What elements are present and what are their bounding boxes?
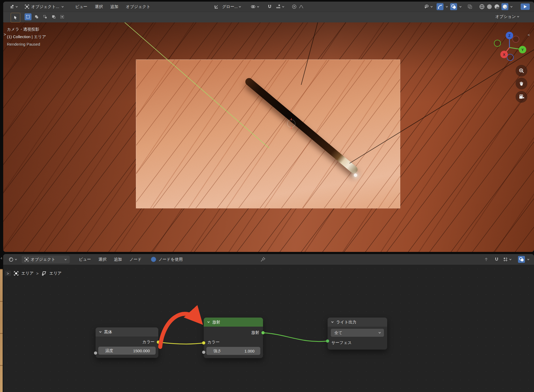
material-shading-icon[interactable] (494, 4, 500, 10)
ne-menu-node[interactable]: ノード (126, 257, 146, 262)
ne-menu-view[interactable]: ビュー (75, 257, 95, 262)
breadcrumb: > エリア > エリア (5, 271, 62, 276)
light-origin-gizmo[interactable] (287, 120, 295, 128)
pin-icon[interactable] (260, 257, 266, 262)
select-new-icon (26, 14, 30, 19)
parent-node-tree-icon[interactable] (484, 257, 489, 262)
node-emission-header[interactable]: 放射 (204, 318, 263, 327)
socket-blackbody-temp-in[interactable] (94, 351, 97, 355)
overlays-button-shader[interactable] (518, 256, 525, 263)
zoom-button[interactable] (516, 65, 527, 77)
collapse-chevron-icon[interactable] (99, 330, 102, 334)
blender-window: オブジェクト... ビュー 選択 追加 オブジェクト グロー... (0, 0, 534, 392)
socket-blackbody-color-out[interactable] (156, 340, 160, 344)
temperature-value: 1500.000 (133, 349, 150, 353)
chevron-down-icon (430, 5, 433, 8)
gizmo-axis-minus-z[interactable] (507, 54, 514, 61)
chevron-down-icon[interactable] (445, 5, 448, 8)
breadcrumb-object-name[interactable]: エリア (21, 271, 34, 276)
link-emission-to-output[interactable] (263, 333, 328, 342)
rendered-shading-button[interactable] (501, 3, 508, 10)
snap-magnet-icon[interactable] (267, 4, 272, 9)
chevron-down-icon[interactable] (459, 5, 462, 8)
socket-surface-in[interactable] (326, 339, 329, 343)
snap-with-dropdown[interactable] (274, 4, 286, 9)
collapse-chevron-icon[interactable] (207, 320, 210, 324)
select-extend-button[interactable] (33, 13, 40, 20)
emission-strength-field[interactable]: 強さ 1.000 (206, 347, 260, 355)
shader-editor-icon (9, 257, 14, 262)
zoom-icon (519, 68, 524, 74)
menu-object[interactable]: オブジェクト (122, 4, 154, 9)
node-blackbody-title: 黒体 (104, 330, 112, 335)
pen-nib-highlight (354, 173, 357, 177)
camera-view-button[interactable] (516, 91, 527, 103)
select-subtract-button[interactable] (42, 13, 49, 20)
socket-emission-color-in[interactable] (202, 341, 206, 345)
viewport-editor-icon (10, 4, 14, 9)
blackbody-output-label: カラー (142, 339, 155, 345)
toolbar-expand-arrow[interactable]: > (4, 32, 6, 37)
pan-button[interactable] (516, 78, 527, 89)
visibility-dropdown[interactable] (422, 4, 435, 9)
edge-frame-number: 4 (1, 257, 2, 260)
show-overlays-button[interactable] (450, 3, 457, 10)
socket-emission-strength-in[interactable] (202, 350, 206, 354)
gizmo-axis-x[interactable]: X (500, 51, 508, 58)
chevron-down-icon[interactable] (527, 258, 530, 261)
ne-menu-select[interactable]: 選択 (95, 257, 110, 262)
snap-with-dropdown-shader[interactable] (501, 257, 513, 262)
node-emission[interactable]: 放射 放射 カラー 強さ 1.000 (204, 318, 263, 358)
emission-output-label: 放射 (251, 330, 259, 335)
select-new-button[interactable] (25, 13, 32, 20)
collapse-chevron-icon[interactable] (331, 320, 334, 324)
node-light-output-header[interactable]: ライト出力 (328, 318, 387, 327)
wireframe-shading-icon[interactable] (479, 4, 485, 10)
emission-color-row: カラー (204, 338, 263, 346)
menu-add[interactable]: 追加 (107, 4, 122, 9)
active-object-label: (1) Collection | エリア (7, 33, 46, 41)
ne-menu-add[interactable]: 追加 (110, 257, 126, 262)
editor-type-button[interactable] (8, 4, 20, 9)
navigation-gizmo[interactable]: Z Y X (493, 28, 529, 64)
shader-type-dropdown[interactable]: オブジェクト (22, 256, 70, 263)
editor-type-button-shader[interactable] (7, 257, 19, 262)
play-button[interactable] (521, 3, 530, 10)
menu-select[interactable]: 選択 (91, 4, 107, 9)
active-tool-tweak[interactable] (11, 13, 20, 22)
viewport-canvas[interactable]: カメラ・透視投影 (1) Collection | エリア Rendering … (3, 22, 534, 252)
use-nodes-checkbox[interactable]: ノードを使用 (151, 257, 183, 262)
select-intersect-button[interactable] (59, 13, 66, 20)
socket-emission-out[interactable] (261, 331, 265, 335)
link-blackbody-to-emission[interactable] (158, 342, 204, 344)
gizmo-axis-minus-x[interactable] (512, 36, 519, 43)
node-blackbody[interactable]: 黒体 カラー 温度 1500.000 (96, 327, 158, 358)
annotation-arrow (160, 314, 200, 347)
gizmo-axis-y[interactable]: Y (519, 46, 526, 53)
chevron-down-icon[interactable] (510, 5, 513, 8)
node-light-output[interactable]: ライト出力 全て サーフェス (328, 318, 387, 350)
pen-object[interactable] (244, 77, 359, 175)
snap-magnet-icon[interactable] (494, 257, 499, 262)
gizmo-axis-z[interactable]: Z (506, 32, 513, 39)
menu-view[interactable]: ビュー (72, 4, 91, 9)
breadcrumb-expand-arrow[interactable]: > (5, 271, 11, 276)
proportional-editing-icon[interactable] (292, 4, 297, 9)
node-canvas[interactable]: > エリア > エリア (3, 265, 534, 392)
blackbody-temperature-field[interactable]: 温度 1500.000 (98, 347, 156, 355)
chevron-down-icon (257, 5, 260, 8)
light-output-target-dropdown[interactable]: 全て (331, 329, 384, 337)
breadcrumb-separator: > (36, 271, 39, 276)
node-blackbody-header[interactable]: 黒体 (96, 327, 158, 336)
mode-selector[interactable]: オブジェクト... (23, 4, 66, 9)
pivot-point-dropdown[interactable] (249, 4, 261, 9)
falloff-curve-icon[interactable] (299, 4, 304, 9)
breadcrumb-data-name[interactable]: エリア (49, 271, 62, 276)
xray-toggle[interactable] (466, 3, 473, 10)
select-invert-button[interactable] (50, 13, 57, 20)
solid-shading-icon[interactable] (486, 4, 492, 10)
gizmo-axis-minus-y[interactable] (494, 40, 501, 47)
show-gizmo-button[interactable] (437, 3, 443, 10)
tool-options-dropdown[interactable]: オプション (494, 14, 521, 19)
orientation-dropdown[interactable]: グロー... (221, 4, 243, 9)
